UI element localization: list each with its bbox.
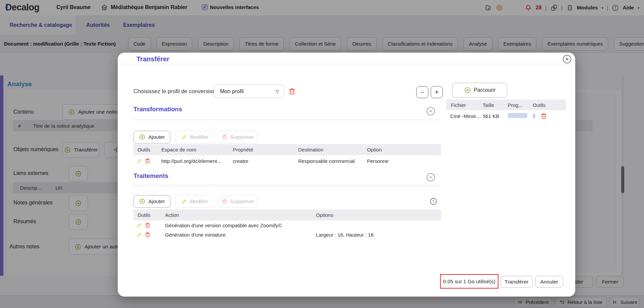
row-option: Personne (366, 158, 441, 164)
traitements-info-button[interactable] (429, 197, 437, 205)
app-root: Decalog Cyril Beaume Médiathèque Benjami… (0, 0, 644, 308)
pencil-icon (136, 232, 142, 238)
traitement-row[interactable]: Génération d'une version compatible avec… (133, 221, 441, 230)
col-outils: Outils (133, 212, 164, 218)
col-outils: Outils (133, 147, 160, 152)
delete-profile-button[interactable] (288, 87, 296, 96)
col-option: Option (366, 147, 441, 152)
transformation-row[interactable]: http://purl.org/dc/element... creator Re… (133, 155, 441, 167)
edit-row-button[interactable] (136, 222, 142, 228)
traitements-title: Traitements (133, 172, 168, 180)
modal-title-divider (118, 64, 575, 64)
transformations-delete-button[interactable]: Supprimer (218, 131, 258, 143)
close-icon (562, 55, 572, 64)
delete-row-button[interactable] (144, 222, 151, 229)
row-destination: Responsable commercial (297, 158, 366, 164)
cancel-button[interactable]: Annuler (535, 276, 563, 288)
profile-select[interactable]: Mon profil ▽ (214, 84, 284, 98)
transfer-modal: Transférer Choisissez le profil de conve… (118, 53, 575, 297)
profile-label: Choisissez le profil de conversion (133, 88, 216, 95)
col-options: Options (315, 212, 441, 218)
trash-icon (288, 87, 296, 96)
browse-button[interactable]: Parcourir (452, 83, 507, 98)
modal-close-button[interactable] (562, 55, 572, 64)
plus-circle-icon (139, 134, 146, 140)
delete-row-button[interactable] (144, 158, 151, 164)
profile-select-value: Mon profil (220, 88, 244, 95)
traitements-edit-button[interactable]: Modifier (175, 195, 214, 208)
row-action: Génération d'une miniature (164, 232, 315, 238)
move-up-down-icon[interactable]: △▽ (533, 113, 535, 119)
files-col-prog: Prog... (506, 102, 531, 108)
col-propriete: Propriété (231, 147, 297, 152)
trash-icon (144, 231, 151, 238)
delete-row-button[interactable] (144, 231, 151, 238)
delete-label: Supprimer (230, 134, 254, 140)
files-col-taille: Taille (481, 102, 506, 108)
collapse-all-button[interactable]: − (416, 86, 428, 98)
edit-label: Modifier (190, 134, 208, 140)
trash-icon (144, 158, 151, 164)
file-tools: △▽ (531, 112, 566, 120)
transfer-confirm-button[interactable]: Transférer (500, 276, 533, 288)
pencil-icon (136, 158, 142, 164)
chevron-up-circle-icon (426, 173, 435, 182)
col-destination: Destination (297, 147, 366, 152)
info-circle-icon (429, 197, 437, 205)
progress-bar (508, 113, 527, 118)
traitements-divider (133, 185, 441, 185)
edit-label: Modifier (190, 198, 208, 204)
transfer-confirm-label: Transférer (505, 279, 529, 285)
files-col-outils: Outils (531, 102, 566, 108)
quota-usage-box: 0.05 sur 1 Go utilisé(s) (440, 274, 498, 289)
row-action: Génération d'une version compatible avec… (164, 223, 315, 228)
col-action: Action (164, 212, 315, 218)
row-options: Largeur : 16, Hauteur : 16 (315, 232, 441, 238)
cancel-label: Annuler (540, 279, 558, 285)
trash-icon (221, 134, 227, 140)
transformations-edit-button[interactable]: Modifier (175, 131, 214, 143)
trash-icon (144, 222, 151, 229)
file-name: Ciné -Miroir.... (446, 113, 481, 119)
files-table-header: Fichier Taille Prog... Outils (446, 100, 566, 110)
pencil-icon (181, 134, 187, 140)
file-row: Ciné -Miroir.... 561 KB △▽ (446, 110, 566, 122)
plus-circle-icon (464, 86, 471, 94)
traitements-table-header: Outils Action Options (133, 209, 441, 221)
add-label: Ajouter (148, 198, 165, 204)
traitements-add-button[interactable]: Ajouter (133, 195, 170, 208)
traitements-delete-button[interactable]: Supprimer (218, 195, 258, 208)
traitement-row[interactable]: Génération d'une miniature Largeur : 16,… (133, 230, 441, 239)
row-tools (133, 158, 160, 164)
chevron-up-circle-icon (426, 107, 435, 116)
transformations-collapse-button[interactable] (426, 107, 435, 116)
trash-icon (540, 112, 547, 120)
row-espace: http://purl.org/dc/element... (160, 158, 231, 164)
edit-row-button[interactable] (136, 158, 142, 164)
transformations-add-button[interactable]: Ajouter (133, 131, 170, 143)
select-caret-icon: ▽ (275, 89, 279, 94)
edit-row-button[interactable] (136, 232, 142, 238)
plus-circle-icon (139, 198, 146, 205)
trash-icon (221, 198, 227, 204)
file-progress-cell (506, 113, 531, 119)
files-col-fichier: Fichier (446, 102, 481, 108)
file-size: 561 KB (481, 113, 506, 119)
transformations-table-header: Outils Espace de nom Propriété Destinati… (133, 144, 441, 155)
browse-label: Parcourir (474, 87, 496, 93)
row-propriete: creator (231, 158, 297, 164)
transformations-title: Transformations (133, 106, 182, 113)
expand-all-button[interactable]: + (431, 86, 443, 98)
transformations-divider (133, 120, 441, 120)
modal-title: Transférer (137, 55, 169, 63)
row-tools (133, 231, 164, 238)
col-espace: Espace de nom (160, 147, 231, 152)
pencil-icon (136, 222, 142, 228)
add-label: Ajouter (148, 134, 165, 140)
traitements-collapse-button[interactable] (426, 173, 435, 182)
row-tools (133, 222, 164, 229)
delete-file-button[interactable] (540, 112, 547, 120)
delete-label: Supprimer (230, 198, 254, 204)
pencil-icon (181, 198, 187, 204)
